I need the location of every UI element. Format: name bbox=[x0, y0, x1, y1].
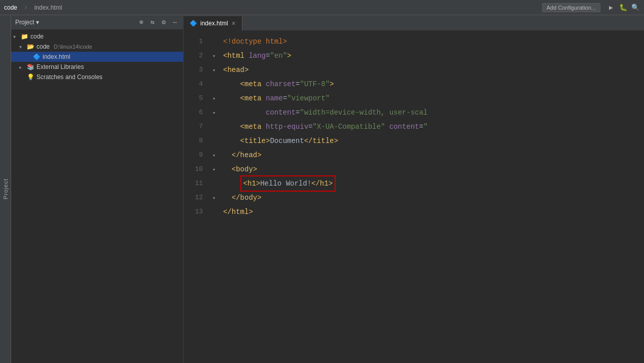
breadcrumb-file[interactable]: index.html bbox=[34, 4, 62, 11]
code-line-5[interactable]: <meta name="viewport" bbox=[223, 91, 644, 105]
sidebar-gear-icon[interactable]: ⚙ bbox=[160, 18, 168, 26]
fold-3[interactable]: ▾ bbox=[209, 63, 219, 77]
line-num-7: 7 bbox=[184, 120, 209, 134]
doctype-token: <!doctype html> bbox=[223, 34, 287, 49]
search-icon[interactable]: 🔍 bbox=[631, 3, 640, 12]
code-line-7[interactable]: <meta http-equiv="X-UA-Compatible" conte… bbox=[223, 120, 644, 134]
scratch-icon: 💡 bbox=[26, 73, 34, 81]
top-bar: code › index.html Add Configuration... ▶… bbox=[0, 0, 644, 15]
breadcrumb-code[interactable]: code bbox=[4, 4, 17, 11]
line-num-11: 11 bbox=[184, 176, 209, 191]
code-line-2[interactable]: <html lang="en"> bbox=[223, 49, 644, 63]
tree-item-code-root[interactable]: ▾ 📁 code bbox=[11, 31, 183, 42]
tab-close-button[interactable]: ✕ bbox=[231, 20, 236, 27]
fold-7 bbox=[209, 120, 219, 134]
fold-9[interactable]: ▾ bbox=[209, 148, 219, 162]
fold-2[interactable]: ▾ bbox=[209, 49, 219, 63]
fold-column: ▾ ▾ ▾ ▾ ▾ ▾ ▾ bbox=[209, 30, 219, 363]
line-num-6: 6 bbox=[184, 105, 209, 120]
add-config-button[interactable]: Add Configuration... bbox=[542, 3, 600, 12]
code-line-1[interactable]: <!doctype html> bbox=[223, 34, 644, 49]
fold-1 bbox=[209, 34, 219, 49]
line-num-8: 8 bbox=[184, 134, 209, 148]
line-num-2: 2 bbox=[184, 49, 209, 63]
tree-item-external-libs[interactable]: ▸ 📚 External Libraries bbox=[11, 62, 183, 72]
line-num-5: 5 bbox=[184, 91, 209, 105]
sidebar-icon-group: ⊕ ⇆ ⚙ — bbox=[137, 18, 179, 26]
fold-6[interactable]: ▾ bbox=[209, 105, 219, 120]
top-bar-icons: ▶ 🐛 🔍 bbox=[606, 3, 640, 12]
sidebar-collapse-icon[interactable]: — bbox=[171, 19, 179, 26]
fold-5[interactable]: ▾ bbox=[209, 91, 219, 105]
code-line-13[interactable]: </html> bbox=[223, 205, 644, 219]
file-tabs: 🔷 index.html ✕ bbox=[184, 15, 644, 30]
sidebar-title[interactable]: Project ▾ bbox=[15, 19, 39, 26]
folder-icon-code-root: 📁 bbox=[20, 32, 28, 41]
line-num-10: 10 bbox=[184, 162, 209, 176]
sidebar-add-icon[interactable]: ⊕ bbox=[137, 18, 146, 26]
code-line-10[interactable]: <body> bbox=[223, 162, 644, 176]
project-label: Project bbox=[3, 178, 9, 199]
fold-12[interactable]: ▾ bbox=[209, 191, 219, 205]
tree-label-code-root: code bbox=[30, 33, 44, 40]
line-num-13: 13 bbox=[184, 205, 209, 219]
code-line-3[interactable]: <head> bbox=[223, 63, 644, 77]
tree-item-code-path[interactable]: ▾ 📂 code D:\linux14\code bbox=[11, 42, 183, 52]
sidebar-sync-icon[interactable]: ⇆ bbox=[149, 18, 157, 26]
line-num-3: 3 bbox=[184, 63, 209, 77]
tree-arrow-code-root: ▾ bbox=[13, 34, 18, 40]
tree-arrow-ext-libs: ▸ bbox=[19, 64, 24, 70]
sidebar-header: Project ▾ ⊕ ⇆ ⚙ — bbox=[11, 15, 183, 29]
folder-icon-code-path: 📂 bbox=[26, 43, 34, 51]
line-num-9: 9 bbox=[184, 148, 209, 162]
line-num-4: 4 bbox=[184, 77, 209, 91]
fold-13 bbox=[209, 205, 219, 219]
tree-label-index-html: index.html bbox=[43, 53, 70, 60]
tree-item-index-html[interactable]: 🔷 index.html bbox=[11, 52, 183, 62]
code-line-12[interactable]: </body> bbox=[223, 191, 644, 205]
fold-10[interactable]: ▾ bbox=[209, 162, 219, 176]
tree-path-label: D:\linux14\code bbox=[54, 44, 92, 50]
tab-label: index.html bbox=[200, 20, 228, 27]
code-line-8[interactable]: <title>Document</title> bbox=[223, 134, 644, 148]
line-num-1: 1 bbox=[184, 34, 209, 49]
highlight-box-line11: <h1>Hello World!</h1> bbox=[240, 175, 336, 192]
file-tab-index-html[interactable]: 🔷 index.html ✕ bbox=[184, 16, 242, 30]
line-num-12: 12 bbox=[184, 191, 209, 205]
run-icon[interactable]: ▶ bbox=[606, 3, 616, 12]
tab-file-icon: 🔷 bbox=[190, 20, 197, 27]
sidebar: Project ▾ ⊕ ⇆ ⚙ — ▾ 📁 code ▾ 📂 code D:\l… bbox=[11, 15, 184, 363]
main-area: Project Project ▾ ⊕ ⇆ ⚙ — ▾ 📁 code ▾ 📂 bbox=[0, 15, 644, 363]
sidebar-tree: ▾ 📁 code ▾ 📂 code D:\linux14\code 🔷 inde… bbox=[11, 29, 183, 363]
fold-11 bbox=[209, 176, 219, 191]
fold-8 bbox=[209, 134, 219, 148]
debug-icon[interactable]: 🐛 bbox=[619, 3, 628, 12]
code-line-6[interactable]: content="width=device-width, user-scal bbox=[223, 105, 644, 120]
editor-area: 🔷 index.html ✕ 1 2 3 4 5 6 7 8 9 10 11 1… bbox=[184, 15, 644, 363]
tree-label-external-libs: External Libraries bbox=[37, 63, 84, 70]
html-file-icon: 🔷 bbox=[32, 53, 41, 61]
lib-icon-ext: 📚 bbox=[26, 63, 34, 71]
tree-item-scratches[interactable]: 💡 Scratches and Consoles bbox=[11, 72, 183, 82]
code-line-4[interactable]: <meta charset="UTF-8"> bbox=[223, 77, 644, 91]
code-content[interactable]: <!doctype html> <html lang="en"> <head> … bbox=[219, 30, 644, 363]
fold-4 bbox=[209, 77, 219, 91]
code-line-11[interactable]: <h1>Hello World!</h1> bbox=[223, 176, 644, 191]
tree-label-code-path: code bbox=[37, 43, 50, 50]
project-stripe: Project bbox=[0, 15, 11, 363]
tag-html-open: <html bbox=[223, 49, 244, 63]
tree-label-scratches: Scratches and Consoles bbox=[37, 74, 102, 81]
code-editor[interactable]: 1 2 3 4 5 6 7 8 9 10 11 12 13 ▾ ▾ ▾ bbox=[184, 30, 644, 363]
code-line-9[interactable]: </head> bbox=[223, 148, 644, 162]
tree-arrow-code-path: ▾ bbox=[19, 44, 24, 50]
line-numbers: 1 2 3 4 5 6 7 8 9 10 11 12 13 bbox=[184, 30, 209, 363]
